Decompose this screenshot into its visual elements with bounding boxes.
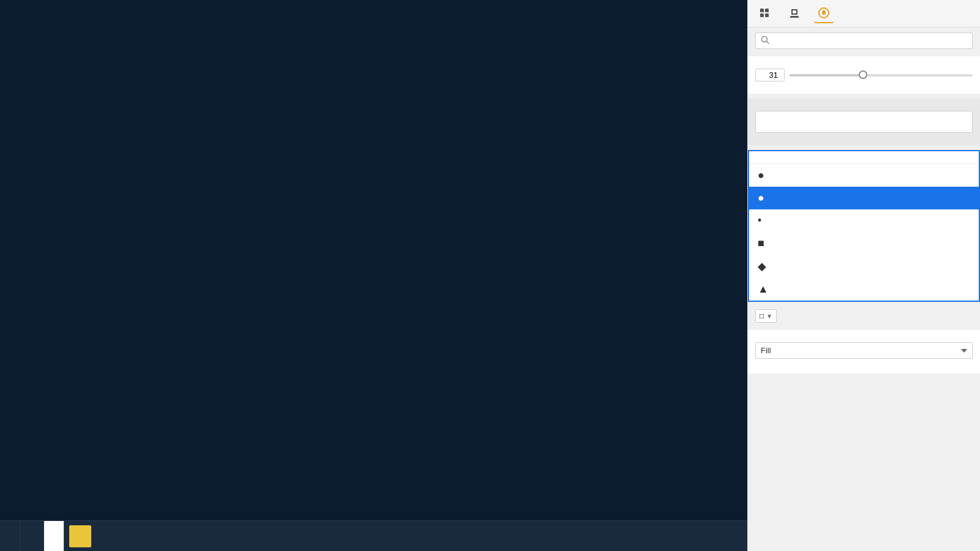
sensitivity-row [755,69,973,81]
tab-page1[interactable] [44,521,64,551]
shape-option-filled-large[interactable]: ● [749,164,979,187]
expected-range-select[interactable]: Fill Line None [755,342,973,359]
chart-area [0,0,747,551]
right-panel: ● ● • ■ ◆ ▲ □ ▼ Fill Line None [747,0,980,551]
svg-rect-0 [760,9,764,12]
shape-glyph-4: ◆ [758,260,766,273]
sensitivity-section [748,56,980,94]
tabs-bar [0,520,747,551]
sensitivity-input[interactable] [760,70,778,80]
svg-point-8 [822,11,826,15]
sensitivity-value-box[interactable] [755,69,785,81]
shape-glyph-3: ■ [758,237,764,250]
bottom-dropdown-row: □ ▼ [748,304,980,328]
shape-option-triangle[interactable]: ▲ [749,278,979,301]
shape-glyph-1: ● [758,192,764,204]
shape-option-square[interactable]: ■ [749,232,979,255]
shape-option-filled-blue[interactable]: ● [749,187,979,209]
tab-add-button[interactable] [69,525,91,547]
shape-glyph-0: ● [758,169,764,182]
mini-dropdown[interactable]: □ ▼ [755,309,777,323]
search-input[interactable] [773,36,967,45]
tab-vendors-tooltips[interactable] [20,521,44,551]
svg-line-10 [767,42,769,44]
svg-rect-4 [790,16,799,18]
mini-dropdown-icon: □ [760,312,764,320]
search-icon [761,36,769,46]
shape-glyph-2: • [758,214,761,227]
svg-rect-3 [765,13,769,17]
tab-downtime-impact[interactable] [0,521,20,551]
grid-icon[interactable] [755,4,775,23]
sensitivity-slider[interactable] [790,74,973,77]
format-icon[interactable] [785,4,804,23]
explain-drop-zone[interactable] [755,111,973,133]
mini-dropdown-arrow: ▼ [766,313,772,320]
shape-glyph-5: ▲ [758,283,769,296]
expected-range-section: Fill Line None [748,330,980,373]
anomaly-shape-section: ● ● • ■ ◆ ▲ [748,150,980,302]
shape-option-diamond[interactable]: ◆ [749,255,979,278]
chart-canvas [0,0,747,551]
slider-thumb[interactable] [859,70,867,79]
analytics-icon[interactable] [814,4,834,23]
svg-rect-2 [760,13,764,17]
shape-option-small-circle[interactable]: • [749,209,979,232]
panel-icons-row [748,0,980,28]
explain-by-section [748,99,980,145]
slider-fill [790,74,863,77]
svg-rect-6 [793,10,796,13]
search-box[interactable] [755,32,973,49]
svg-rect-1 [765,9,769,12]
anomaly-shape-header [749,151,979,164]
